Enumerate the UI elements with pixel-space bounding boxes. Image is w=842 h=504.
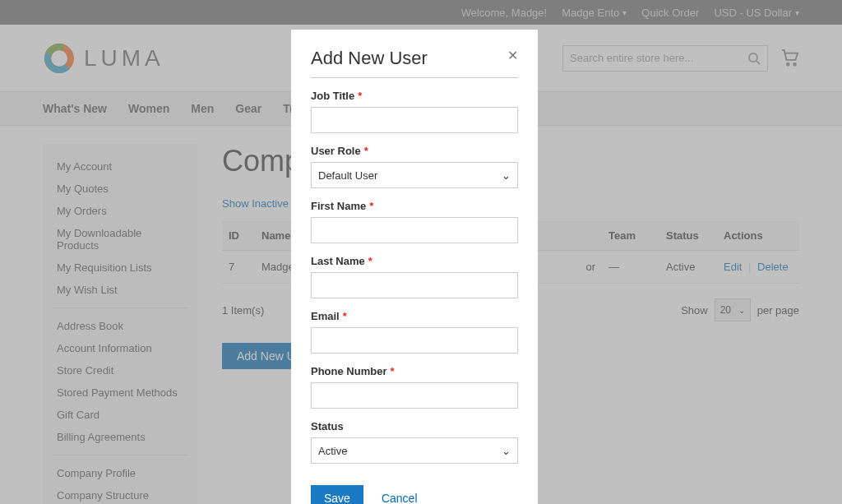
input-first-name[interactable] [311,217,518,243]
close-icon[interactable]: ✕ [507,48,518,63]
cancel-button[interactable]: Cancel [382,492,418,504]
label-user-role: User Role* [311,145,518,157]
input-job-title[interactable] [311,107,518,133]
input-email[interactable] [311,327,518,354]
modal-title: Add New User [311,48,428,69]
field-phone: Phone Number* [311,365,518,409]
chevron-down-icon: ⌄ [502,445,511,457]
label-first-name: First Name* [311,200,518,212]
required-icon: * [369,200,373,212]
label-last-name: Last Name* [311,255,518,267]
label-text: Phone Number [311,365,386,377]
required-icon: * [390,365,394,377]
select-status[interactable]: Active ⌄ [311,437,518,464]
field-user-role: User Role* Default User ⌄ [311,145,518,188]
label-text: Email [311,310,340,322]
required-icon: * [358,90,362,102]
label-job-title: Job Title* [311,90,518,102]
field-status: Status Active ⌄ [311,420,518,464]
label-text: Last Name [311,255,365,267]
label-text: User Role [311,145,361,157]
label-text: Job Title [311,90,354,102]
required-icon: * [343,310,347,322]
save-button[interactable]: Save [311,485,363,504]
input-last-name[interactable] [311,272,518,298]
required-icon: * [364,145,368,157]
select-value: Active [318,445,347,457]
chevron-down-icon: ⌄ [502,169,511,182]
label-phone: Phone Number* [311,365,518,377]
field-job-title: Job Title* [311,90,518,133]
input-phone[interactable] [311,382,518,409]
label-status: Status [311,420,518,432]
add-user-modal: Add New User ✕ Job Title* User Role* Def… [291,30,538,504]
required-icon: * [368,255,372,267]
select-value: Default User [318,169,377,182]
label-text: Status [311,420,344,432]
field-last-name: Last Name* [311,255,518,298]
select-user-role[interactable]: Default User ⌄ [311,162,518,188]
label-email: Email* [311,310,518,322]
label-text: First Name [311,200,366,212]
field-email: Email* [311,310,518,354]
field-first-name: First Name* [311,200,518,243]
